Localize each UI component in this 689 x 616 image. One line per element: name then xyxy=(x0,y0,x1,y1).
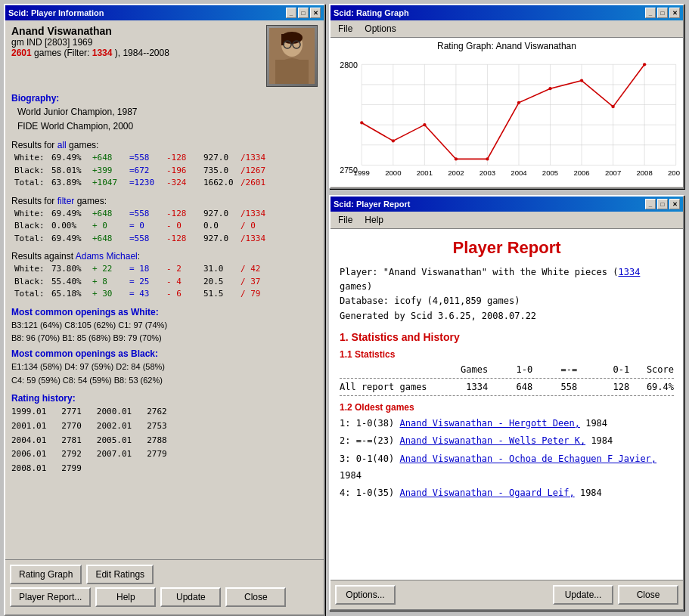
at-wins: +1047 xyxy=(92,177,126,190)
agw-row: White: 73.80% + 22 = 18 - 2 31.0 / 42 xyxy=(14,263,318,276)
at-pct: 63.89% xyxy=(51,177,89,190)
maximize-button[interactable]: □ xyxy=(298,8,309,18)
agb-label: Black: xyxy=(14,276,48,289)
og4-num: 4: xyxy=(340,488,350,498)
filter-games-table: White: 69.49% +648 =558 -128 927.0 /1334… xyxy=(14,208,318,246)
fb-games: / 0 xyxy=(241,220,278,233)
at-draws: =1230 xyxy=(129,177,163,190)
player-report-titlebar: Scid: Player Report _ □ ✕ xyxy=(331,197,683,212)
player-info-title: Scid: Player Information xyxy=(8,8,104,17)
oldest-games-list: 1: 1-0(38) Anand Viswanathan - Hergott D… xyxy=(340,416,674,502)
rh-v1-2: 2781 xyxy=(61,434,82,448)
agb-games: / 37 xyxy=(241,276,278,289)
close-button-pi[interactable]: Close xyxy=(225,587,286,607)
rg-close[interactable]: ✕ xyxy=(669,8,680,18)
oldest-game-1: 1: 1-0(38) Anand Viswanathan - Hergott D… xyxy=(340,416,674,432)
og4-link[interactable]: Anand Viswanathan - Ogaard Leif, xyxy=(400,488,575,498)
all-games-table: White: 69.49% +648 =558 -128 927.0 /1334… xyxy=(14,152,318,190)
fw-losses: -128 xyxy=(166,208,200,221)
bio-line-1: World Junior Champion, 1987 xyxy=(17,105,318,119)
table-divider-top xyxy=(340,378,674,379)
svg-point-44 xyxy=(486,157,489,160)
fb-draws: = 0 xyxy=(129,220,163,233)
oldest-game-4: 4: 1-0(35) Anand Viswanathan - Ogaard Le… xyxy=(340,485,674,502)
games-line: 2601 games (Filter: 1334 ), 1984--2008 xyxy=(11,48,266,58)
rh-v2-1: 2753 xyxy=(147,419,167,434)
og1-link[interactable]: Anand Viswanathan - Hergott Deen, xyxy=(400,418,580,429)
openings-black-title: Most common openings as Black: xyxy=(11,348,318,359)
ab-draws: =672 xyxy=(129,165,163,178)
agw-pct: 73.80% xyxy=(51,263,89,276)
og2-year: 1984 xyxy=(591,435,613,446)
svg-text:2002: 2002 xyxy=(448,169,464,177)
player-info-window-controls: _ □ ✕ xyxy=(286,8,321,18)
rating-graph-button[interactable]: Rating Graph xyxy=(10,565,82,584)
agb-wins: + 8 xyxy=(92,276,126,289)
ft-pct: 69.49% xyxy=(51,233,89,246)
agw-games: / 42 xyxy=(241,263,278,276)
rg-menu-options[interactable]: Options xyxy=(360,22,400,36)
svg-point-45 xyxy=(517,101,520,104)
rg-menu-file[interactable]: File xyxy=(334,22,357,36)
og3-link[interactable]: Anand Viswanathan - Ochoa de Echaguen F … xyxy=(400,453,657,464)
rg-maximize[interactable]: □ xyxy=(657,8,668,18)
help-button[interactable]: Help xyxy=(95,587,156,607)
report-game-link[interactable]: 1334 xyxy=(618,267,640,277)
agw-label: White: xyxy=(14,263,48,276)
portrait-image xyxy=(269,28,315,84)
agt-total: 51.5 xyxy=(203,288,237,301)
svg-text:2007: 2007 xyxy=(605,169,621,177)
og2-num: 2: xyxy=(340,435,350,446)
agw-draws: = 18 xyxy=(129,263,163,276)
oldest-game-2: 2: =-=(23) Anand Viswanathan - Wells Pet… xyxy=(340,433,674,450)
graph-title: Rating Graph: Anand Viswanathan xyxy=(334,41,680,51)
close-button[interactable]: ✕ xyxy=(310,8,321,18)
pr-window-controls: _ □ ✕ xyxy=(645,199,680,209)
update-button[interactable]: Update xyxy=(160,587,221,607)
svg-text:2003: 2003 xyxy=(480,169,495,177)
pr-content: Player Report Player: "Anand Viswanathan… xyxy=(331,229,683,608)
aw-total: 927.0 xyxy=(203,152,237,165)
edit-ratings-button[interactable]: Edit Ratings xyxy=(86,565,154,584)
rh-v2-0: 2762 xyxy=(147,405,167,419)
aw-games: /1334 xyxy=(241,152,278,165)
pr-menu-help[interactable]: Help xyxy=(360,213,388,227)
svg-text:1999: 1999 xyxy=(354,169,370,177)
rating-row-4: 2008.01 2799 xyxy=(11,462,318,476)
pr-close-btn[interactable]: ✕ xyxy=(669,199,680,209)
svg-text:2009: 2009 xyxy=(668,169,680,177)
ab-losses: -196 xyxy=(166,165,200,178)
options-button[interactable]: Options... xyxy=(335,585,396,605)
against-section: Results against Adams Michael: White: 73… xyxy=(11,251,318,301)
minimize-button[interactable]: _ xyxy=(286,8,296,18)
player-name: Anand Viswanathan xyxy=(11,25,266,37)
all-highlight: all xyxy=(57,140,67,150)
agb-total: 20.5 xyxy=(203,276,237,289)
og3-result: 0-1(40) xyxy=(356,453,395,464)
player-report-window-title: Scid: Player Report xyxy=(334,200,410,209)
pr-maximize[interactable]: □ xyxy=(657,199,668,209)
pr-update-button[interactable]: Update... xyxy=(553,585,613,605)
rating-history-section: Rating history: 1999.01 2771 2000.01 276… xyxy=(11,393,318,475)
all-games-title: Results for all games: xyxy=(11,140,318,150)
rating-row-2: 2004.01 2781 2005.01 2788 xyxy=(11,434,318,448)
rh-d1-0: 1999.01 xyxy=(11,405,46,419)
biography-title: Biography: xyxy=(11,93,318,104)
agt-draws: = 43 xyxy=(129,288,163,301)
all-games-section: Results for all games: White: 69.49% +64… xyxy=(11,140,318,190)
at-losses: -324 xyxy=(166,177,200,190)
rh-d2-0: 2000.01 xyxy=(97,405,132,419)
agb-losses: - 4 xyxy=(166,276,200,289)
pr-minimize[interactable]: _ xyxy=(645,199,656,209)
agw-wins: + 22 xyxy=(92,263,126,276)
ab-wins: +399 xyxy=(92,165,126,178)
pr-close-button[interactable]: Close xyxy=(618,585,678,605)
bottom-buttons: Rating Graph Edit Ratings Player Report.… xyxy=(5,559,324,614)
filter-highlight: filter xyxy=(57,196,75,206)
rating-graph-title: Scid: Rating Graph xyxy=(334,8,409,17)
player-report-button[interactable]: Player Report... xyxy=(10,587,91,607)
report-info: Player: "Anand Viswanathan" with the Whi… xyxy=(340,265,674,323)
pr-menu-file[interactable]: File xyxy=(334,213,357,227)
rg-minimize[interactable]: _ xyxy=(645,8,656,18)
og2-link[interactable]: Anand Viswanathan - Wells Peter K, xyxy=(400,435,586,446)
